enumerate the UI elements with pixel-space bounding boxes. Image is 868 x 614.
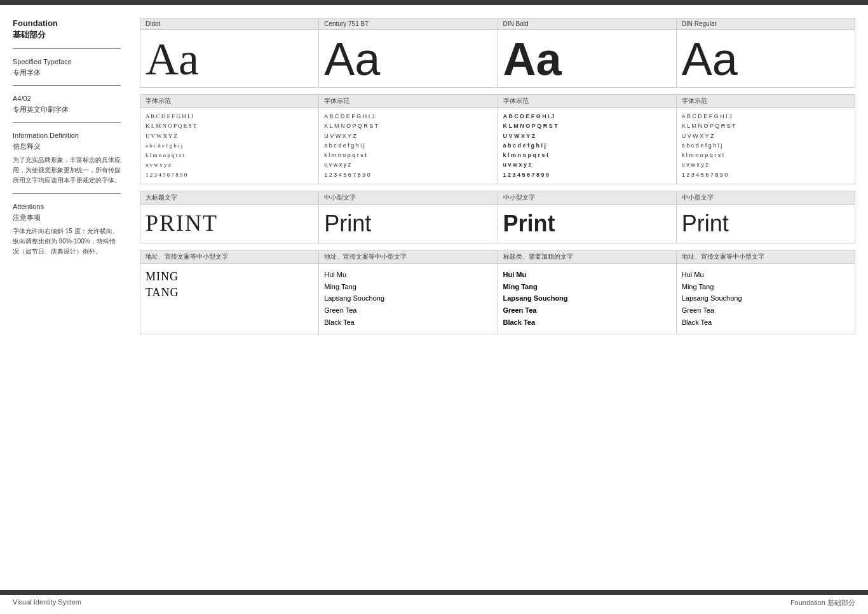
small-text-content-1: MING TANG bbox=[140, 264, 318, 306]
alphabet-col-din-regular: 字体示范 A B C D E F G H I J K L M N O P Q R… bbox=[677, 95, 855, 184]
headline-row: 大标题文字 PRINT 中小型文字 Print 中小型文字 Print bbox=[140, 191, 855, 243]
font-col-didot: Didot Aa bbox=[140, 18, 319, 87]
small-text-col-4: 地址、宣传文案等中小型文字 Hui Mu Ming Tang Lapsang S… bbox=[677, 250, 855, 333]
headline-col-din-regular: 中小型文字 Print bbox=[677, 191, 855, 243]
font-display-didot: Aa bbox=[140, 30, 318, 87]
alphabet-col-didot: 字体示范 A B C D E F G H I J K L M N O P Q R… bbox=[140, 95, 319, 184]
alphabet-grid-century: A B C D E F G H I J K L M N O P Q R S T … bbox=[319, 108, 497, 184]
top-bar bbox=[0, 0, 868, 5]
headline-header-din-regular: 中小型文字 bbox=[677, 191, 855, 205]
headline-display-century: Print bbox=[319, 205, 497, 243]
headline-header-din-bold: 中小型文字 bbox=[498, 191, 676, 205]
alphabet-grid-didot: A B C D E F G H I J K L M N O P Q R S T … bbox=[140, 108, 318, 184]
foundation-title: Foundation 基础部分 bbox=[13, 18, 121, 41]
alphabet-header-didot: 字体示范 bbox=[140, 95, 318, 108]
headline-header-didot: 大标题文字 bbox=[140, 191, 318, 205]
headline-section: 大标题文字 PRINT 中小型文字 Print 中小型文字 Print bbox=[140, 191, 855, 243]
main-content: Didot Aa Century 751 BT Aa DIN Bold Aa D… bbox=[133, 5, 868, 590]
alphabet-col-din-bold: 字体示范 A B C D E F G H I J K L M N O P Q R… bbox=[498, 95, 677, 184]
small-text-section: 地址、宣传文案等中小型文字 MING TANG 地址、宣传文案等中小型文字 Hu… bbox=[140, 250, 855, 334]
small-text-content-2: Hui Mu Ming Tang Lapsang Souchong Green … bbox=[319, 264, 497, 333]
small-text-header-4: 地址、宣传文案等中小型文字 bbox=[677, 250, 855, 264]
alphabet-section: 字体示范 A B C D E F G H I J K L M N O P Q R… bbox=[140, 94, 855, 184]
alphabet-header-din-bold: 字体示范 bbox=[498, 95, 676, 108]
font-header-century: Century 751 BT bbox=[319, 18, 497, 30]
font-header-didot: Didot bbox=[140, 18, 318, 30]
font-display-century: Aa bbox=[319, 30, 497, 87]
headline-display-din-bold: Print bbox=[498, 205, 676, 243]
sidebar: Foundation 基础部分 Specified Typeface 专用字体 … bbox=[0, 5, 133, 590]
font-sample-didot: Aa bbox=[146, 36, 199, 82]
font-display-din-regular: Aa bbox=[677, 30, 855, 87]
sidebar-print: A4/02 专用英文印刷字体 bbox=[13, 93, 121, 114]
alphabet-grid-din-regular: A B C D E F G H I J K L M N O P Q R S T … bbox=[677, 108, 855, 184]
headline-col-didot: 大标题文字 PRINT bbox=[140, 191, 319, 243]
small-text-col-1: 地址、宣传文案等中小型文字 MING TANG bbox=[140, 250, 319, 333]
font-col-din-regular: DIN Regular Aa bbox=[677, 18, 855, 87]
headline-header-century: 中小型文字 bbox=[319, 191, 497, 205]
headline-display-din-regular: Print bbox=[677, 205, 855, 243]
small-text-row: 地址、宣传文案等中小型文字 MING TANG 地址、宣传文案等中小型文字 Hu… bbox=[140, 250, 855, 333]
font-display-section: Didot Aa Century 751 BT Aa DIN Bold Aa D… bbox=[140, 18, 855, 88]
footer-left: Visual Identity System bbox=[13, 598, 81, 608]
small-text-content-4: Hui Mu Ming Tang Lapsang Souchong Green … bbox=[677, 264, 855, 333]
font-sample-din-regular: Aa bbox=[682, 36, 738, 82]
footer: Visual Identity System Foundation 基础部分 bbox=[0, 598, 868, 608]
headline-col-century: 中小型文字 Print bbox=[319, 191, 498, 243]
font-header-din-bold: DIN Bold bbox=[498, 18, 676, 30]
small-text-header-3: 标题类、需要加粗的文字 bbox=[498, 250, 676, 264]
font-sample-century: Aa bbox=[324, 36, 380, 82]
small-text-header-1: 地址、宣传文案等中小型文字 bbox=[140, 250, 318, 264]
sidebar-typeface: Specified Typeface 专用字体 bbox=[13, 57, 121, 78]
sidebar-info: Information Definition 信息释义 为了充实品牌形象，丰富标… bbox=[13, 130, 121, 186]
small-text-header-2: 地址、宣传文案等中小型文字 bbox=[319, 250, 497, 264]
headline-display-didot: PRINT bbox=[140, 205, 318, 243]
font-display-din-bold: Aa bbox=[498, 30, 676, 87]
font-header-din-regular: DIN Regular bbox=[677, 18, 855, 30]
font-col-century: Century 751 BT Aa bbox=[319, 18, 498, 87]
alphabet-header-century: 字体示范 bbox=[319, 95, 497, 108]
alphabet-grid-din-bold: A B C D E F G H I J K L M N O P Q R S T … bbox=[498, 108, 676, 184]
headline-col-din-bold: 中小型文字 Print bbox=[498, 191, 677, 243]
small-text-col-2: 地址、宣传文案等中小型文字 Hui Mu Ming Tang Lapsang S… bbox=[319, 250, 498, 333]
font-col-din-bold: DIN Bold Aa bbox=[498, 18, 677, 87]
small-text-content-3: Hui Mu Ming Tang Lapsang Souchong Green … bbox=[498, 264, 676, 333]
sidebar-attentions: Attentions 注意事项 字体允许向右倾斜 15 度；允许横向、纵向调整比… bbox=[13, 201, 121, 257]
alphabet-col-century: 字体示范 A B C D E F G H I J K L M N O P Q R… bbox=[319, 95, 498, 184]
bottom-bar bbox=[0, 590, 868, 595]
alphabet-grid-row: 字体示范 A B C D E F G H I J K L M N O P Q R… bbox=[140, 95, 855, 184]
font-sample-din-bold: Aa bbox=[503, 36, 562, 82]
small-text-col-3: 标题类、需要加粗的文字 Hui Mu Ming Tang Lapsang Sou… bbox=[498, 250, 677, 333]
footer-right: Foundation 基础部分 bbox=[790, 598, 855, 608]
alphabet-header-din-regular: 字体示范 bbox=[677, 95, 855, 108]
